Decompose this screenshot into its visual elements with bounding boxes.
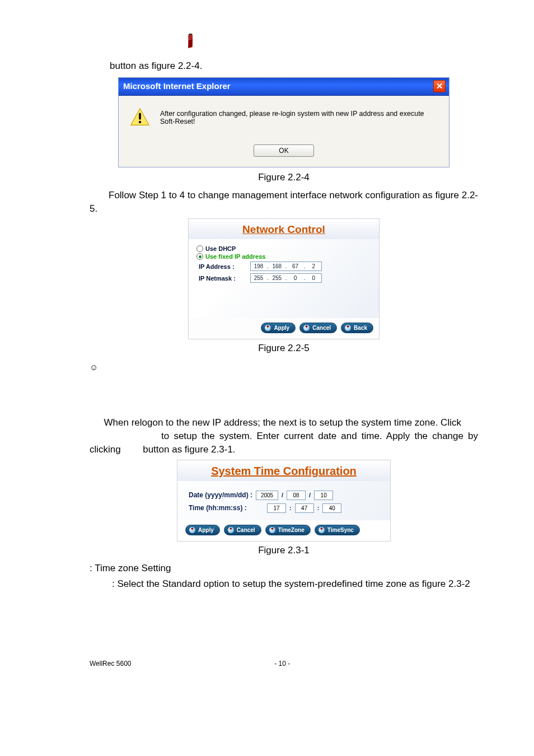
timezone-button[interactable]: TimeZone — [265, 525, 311, 535]
close-icon[interactable]: ✕ — [433, 80, 446, 92]
time-row: Time (hh:mm:ss) : 17 : 47 : 40 — [189, 502, 379, 515]
date-row: Date (yyyy/mm/dd) : 2005 / 08 / 10 — [189, 489, 379, 502]
minute-input[interactable]: 47 — [295, 503, 314, 513]
system-time-title: System Time Configuration — [177, 460, 390, 481]
caption-225: Figure 2.2-5 — [90, 343, 478, 354]
pill-icon — [303, 325, 310, 331]
dialog-message: After configuration changed, please re-l… — [160, 110, 427, 125]
footer-left: WellRec 5600 — [90, 660, 131, 668]
radio-off-icon — [196, 245, 203, 252]
netmask-input[interactable]: 255. 255. 0. 0 — [250, 273, 322, 283]
svg-point-1 — [139, 121, 141, 123]
para-relogon: When relogon to the new IP address; the … — [90, 416, 478, 456]
pill-icon — [318, 527, 325, 533]
radio-on-icon — [196, 253, 203, 260]
pill-icon — [265, 325, 271, 331]
day-input[interactable]: 10 — [314, 491, 333, 500]
warning-icon — [130, 107, 150, 129]
logo-icon — [182, 34, 201, 55]
para-button-as: button as figure 2.2-4. — [90, 59, 478, 73]
smile-icon: ☺ — [90, 362, 478, 372]
system-time-panel: System Time Configuration Date (yyyy/mm/… — [177, 460, 391, 542]
pill-icon — [345, 325, 351, 331]
timesync-button[interactable]: TimeSync — [315, 525, 360, 535]
dialog-title: Microsoft Internet Explorer — [123, 81, 231, 91]
cancel-button[interactable]: Cancel — [299, 323, 337, 333]
hour-input[interactable]: 17 — [267, 503, 286, 513]
caption-224: Figure 2.2-4 — [90, 172, 478, 183]
ok-button[interactable]: OK — [254, 144, 314, 157]
apply-button[interactable]: Apply — [185, 525, 220, 535]
pill-icon — [189, 527, 195, 533]
dialog-titlebar: Microsoft Internet Explorer ✕ — [119, 78, 449, 96]
apply-button[interactable]: Apply — [261, 323, 296, 333]
pill-icon — [269, 527, 275, 533]
back-button[interactable]: Back — [341, 323, 373, 333]
ie-dialog: Microsoft Internet Explorer ✕ After conf… — [118, 77, 449, 167]
year-input[interactable]: 2005 — [256, 491, 278, 500]
use-dhcp-radio[interactable]: Use DHCP — [196, 245, 371, 253]
ip-address-row: IP Address : 198. 168. 67. 2 — [196, 260, 371, 272]
caption-231: Figure 2.3-1 — [90, 545, 478, 556]
month-input[interactable]: 08 — [287, 491, 306, 500]
tz-desc: : Select the Standard option to setup th… — [90, 577, 478, 591]
second-input[interactable]: 40 — [322, 503, 341, 513]
network-control-panel: Network Control Use DHCP Use fixed IP ad… — [188, 218, 380, 339]
footer-page: - 10 - — [274, 660, 290, 668]
svg-rect-0 — [139, 113, 141, 120]
network-title: Network Control — [189, 219, 379, 239]
page-footer: WellRec 5600 - 10 - — [90, 592, 478, 668]
cancel-button[interactable]: Cancel — [224, 525, 261, 535]
tz-label: : Time zone Setting — [90, 562, 478, 575]
pill-icon — [228, 527, 234, 533]
ip-address-input[interactable]: 198. 168. 67. 2 — [250, 262, 322, 271]
use-fixed-radio[interactable]: Use fixed IP address — [196, 253, 371, 260]
ip-netmask-row: IP Netmask : 255. 255. 0. 0 — [196, 272, 371, 284]
para-follow: Follow Step 1 to 4 to change management … — [90, 189, 478, 216]
